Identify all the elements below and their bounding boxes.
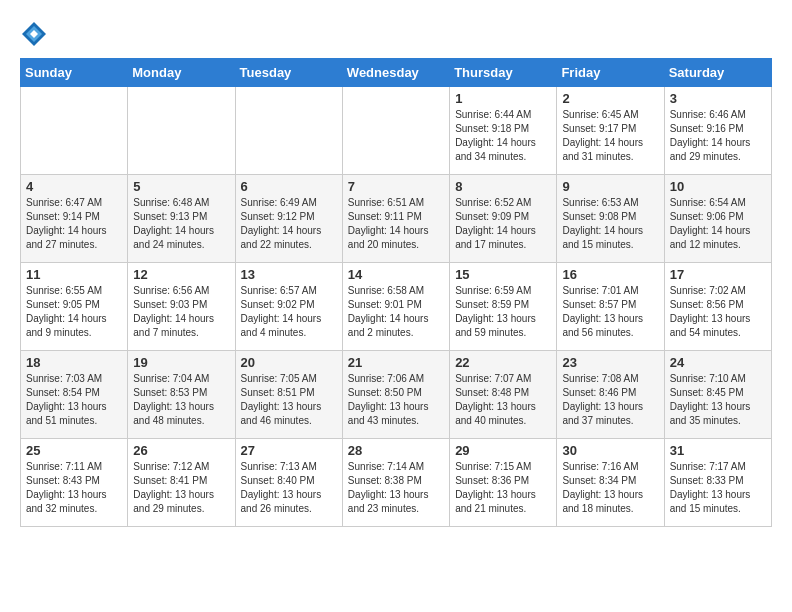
day-info: Sunrise: 6:47 AM Sunset: 9:14 PM Dayligh… bbox=[26, 196, 122, 252]
day-number: 5 bbox=[133, 179, 229, 194]
page-header bbox=[20, 20, 772, 48]
day-info: Sunrise: 7:06 AM Sunset: 8:50 PM Dayligh… bbox=[348, 372, 444, 428]
calendar-cell: 16Sunrise: 7:01 AM Sunset: 8:57 PM Dayli… bbox=[557, 263, 664, 351]
day-info: Sunrise: 7:10 AM Sunset: 8:45 PM Dayligh… bbox=[670, 372, 766, 428]
day-number: 4 bbox=[26, 179, 122, 194]
calendar-cell: 13Sunrise: 6:57 AM Sunset: 9:02 PM Dayli… bbox=[235, 263, 342, 351]
day-info: Sunrise: 7:15 AM Sunset: 8:36 PM Dayligh… bbox=[455, 460, 551, 516]
day-number: 24 bbox=[670, 355, 766, 370]
calendar-cell: 24Sunrise: 7:10 AM Sunset: 8:45 PM Dayli… bbox=[664, 351, 771, 439]
day-number: 19 bbox=[133, 355, 229, 370]
day-info: Sunrise: 6:52 AM Sunset: 9:09 PM Dayligh… bbox=[455, 196, 551, 252]
calendar-cell bbox=[235, 87, 342, 175]
day-number: 30 bbox=[562, 443, 658, 458]
calendar-cell: 12Sunrise: 6:56 AM Sunset: 9:03 PM Dayli… bbox=[128, 263, 235, 351]
day-info: Sunrise: 7:02 AM Sunset: 8:56 PM Dayligh… bbox=[670, 284, 766, 340]
day-number: 18 bbox=[26, 355, 122, 370]
weekday-header-row: SundayMondayTuesdayWednesdayThursdayFrid… bbox=[21, 59, 772, 87]
calendar-cell: 28Sunrise: 7:14 AM Sunset: 8:38 PM Dayli… bbox=[342, 439, 449, 527]
calendar-cell bbox=[128, 87, 235, 175]
calendar-week-row: 18Sunrise: 7:03 AM Sunset: 8:54 PM Dayli… bbox=[21, 351, 772, 439]
day-info: Sunrise: 6:48 AM Sunset: 9:13 PM Dayligh… bbox=[133, 196, 229, 252]
day-info: Sunrise: 7:16 AM Sunset: 8:34 PM Dayligh… bbox=[562, 460, 658, 516]
calendar-cell: 9Sunrise: 6:53 AM Sunset: 9:08 PM Daylig… bbox=[557, 175, 664, 263]
calendar-cell: 10Sunrise: 6:54 AM Sunset: 9:06 PM Dayli… bbox=[664, 175, 771, 263]
calendar-cell: 23Sunrise: 7:08 AM Sunset: 8:46 PM Dayli… bbox=[557, 351, 664, 439]
calendar-cell: 1Sunrise: 6:44 AM Sunset: 9:18 PM Daylig… bbox=[450, 87, 557, 175]
calendar-cell: 29Sunrise: 7:15 AM Sunset: 8:36 PM Dayli… bbox=[450, 439, 557, 527]
calendar-cell: 5Sunrise: 6:48 AM Sunset: 9:13 PM Daylig… bbox=[128, 175, 235, 263]
calendar-cell: 27Sunrise: 7:13 AM Sunset: 8:40 PM Dayli… bbox=[235, 439, 342, 527]
day-info: Sunrise: 6:59 AM Sunset: 8:59 PM Dayligh… bbox=[455, 284, 551, 340]
day-number: 31 bbox=[670, 443, 766, 458]
day-info: Sunrise: 7:08 AM Sunset: 8:46 PM Dayligh… bbox=[562, 372, 658, 428]
day-number: 8 bbox=[455, 179, 551, 194]
calendar-cell: 7Sunrise: 6:51 AM Sunset: 9:11 PM Daylig… bbox=[342, 175, 449, 263]
day-number: 21 bbox=[348, 355, 444, 370]
day-info: Sunrise: 6:57 AM Sunset: 9:02 PM Dayligh… bbox=[241, 284, 337, 340]
day-info: Sunrise: 6:55 AM Sunset: 9:05 PM Dayligh… bbox=[26, 284, 122, 340]
day-info: Sunrise: 7:03 AM Sunset: 8:54 PM Dayligh… bbox=[26, 372, 122, 428]
day-number: 12 bbox=[133, 267, 229, 282]
weekday-header-sunday: Sunday bbox=[21, 59, 128, 87]
day-info: Sunrise: 6:44 AM Sunset: 9:18 PM Dayligh… bbox=[455, 108, 551, 164]
day-number: 22 bbox=[455, 355, 551, 370]
day-number: 26 bbox=[133, 443, 229, 458]
calendar-week-row: 1Sunrise: 6:44 AM Sunset: 9:18 PM Daylig… bbox=[21, 87, 772, 175]
day-number: 15 bbox=[455, 267, 551, 282]
day-number: 23 bbox=[562, 355, 658, 370]
calendar-cell: 25Sunrise: 7:11 AM Sunset: 8:43 PM Dayli… bbox=[21, 439, 128, 527]
calendar-cell: 17Sunrise: 7:02 AM Sunset: 8:56 PM Dayli… bbox=[664, 263, 771, 351]
calendar-cell: 6Sunrise: 6:49 AM Sunset: 9:12 PM Daylig… bbox=[235, 175, 342, 263]
day-info: Sunrise: 7:04 AM Sunset: 8:53 PM Dayligh… bbox=[133, 372, 229, 428]
day-number: 10 bbox=[670, 179, 766, 194]
day-info: Sunrise: 6:58 AM Sunset: 9:01 PM Dayligh… bbox=[348, 284, 444, 340]
day-number: 3 bbox=[670, 91, 766, 106]
day-info: Sunrise: 6:53 AM Sunset: 9:08 PM Dayligh… bbox=[562, 196, 658, 252]
calendar-cell bbox=[342, 87, 449, 175]
day-info: Sunrise: 6:56 AM Sunset: 9:03 PM Dayligh… bbox=[133, 284, 229, 340]
day-number: 13 bbox=[241, 267, 337, 282]
day-info: Sunrise: 7:05 AM Sunset: 8:51 PM Dayligh… bbox=[241, 372, 337, 428]
day-number: 28 bbox=[348, 443, 444, 458]
calendar-cell: 19Sunrise: 7:04 AM Sunset: 8:53 PM Dayli… bbox=[128, 351, 235, 439]
calendar-week-row: 25Sunrise: 7:11 AM Sunset: 8:43 PM Dayli… bbox=[21, 439, 772, 527]
day-info: Sunrise: 6:46 AM Sunset: 9:16 PM Dayligh… bbox=[670, 108, 766, 164]
weekday-header-saturday: Saturday bbox=[664, 59, 771, 87]
calendar-cell: 30Sunrise: 7:16 AM Sunset: 8:34 PM Dayli… bbox=[557, 439, 664, 527]
day-info: Sunrise: 7:12 AM Sunset: 8:41 PM Dayligh… bbox=[133, 460, 229, 516]
logo bbox=[20, 20, 52, 48]
day-number: 1 bbox=[455, 91, 551, 106]
calendar-cell: 4Sunrise: 6:47 AM Sunset: 9:14 PM Daylig… bbox=[21, 175, 128, 263]
day-number: 6 bbox=[241, 179, 337, 194]
day-number: 9 bbox=[562, 179, 658, 194]
day-info: Sunrise: 6:51 AM Sunset: 9:11 PM Dayligh… bbox=[348, 196, 444, 252]
calendar-cell: 21Sunrise: 7:06 AM Sunset: 8:50 PM Dayli… bbox=[342, 351, 449, 439]
calendar-cell: 26Sunrise: 7:12 AM Sunset: 8:41 PM Dayli… bbox=[128, 439, 235, 527]
calendar-week-row: 11Sunrise: 6:55 AM Sunset: 9:05 PM Dayli… bbox=[21, 263, 772, 351]
day-info: Sunrise: 7:11 AM Sunset: 8:43 PM Dayligh… bbox=[26, 460, 122, 516]
calendar-cell: 14Sunrise: 6:58 AM Sunset: 9:01 PM Dayli… bbox=[342, 263, 449, 351]
weekday-header-friday: Friday bbox=[557, 59, 664, 87]
weekday-header-wednesday: Wednesday bbox=[342, 59, 449, 87]
calendar-cell: 20Sunrise: 7:05 AM Sunset: 8:51 PM Dayli… bbox=[235, 351, 342, 439]
day-info: Sunrise: 6:45 AM Sunset: 9:17 PM Dayligh… bbox=[562, 108, 658, 164]
calendar-cell: 11Sunrise: 6:55 AM Sunset: 9:05 PM Dayli… bbox=[21, 263, 128, 351]
calendar-cell: 18Sunrise: 7:03 AM Sunset: 8:54 PM Dayli… bbox=[21, 351, 128, 439]
day-number: 16 bbox=[562, 267, 658, 282]
day-info: Sunrise: 7:17 AM Sunset: 8:33 PM Dayligh… bbox=[670, 460, 766, 516]
calendar-cell: 2Sunrise: 6:45 AM Sunset: 9:17 PM Daylig… bbox=[557, 87, 664, 175]
day-number: 25 bbox=[26, 443, 122, 458]
day-info: Sunrise: 7:13 AM Sunset: 8:40 PM Dayligh… bbox=[241, 460, 337, 516]
calendar-cell: 15Sunrise: 6:59 AM Sunset: 8:59 PM Dayli… bbox=[450, 263, 557, 351]
calendar-cell: 31Sunrise: 7:17 AM Sunset: 8:33 PM Dayli… bbox=[664, 439, 771, 527]
day-number: 2 bbox=[562, 91, 658, 106]
weekday-header-monday: Monday bbox=[128, 59, 235, 87]
calendar-cell bbox=[21, 87, 128, 175]
day-info: Sunrise: 6:54 AM Sunset: 9:06 PM Dayligh… bbox=[670, 196, 766, 252]
calendar-week-row: 4Sunrise: 6:47 AM Sunset: 9:14 PM Daylig… bbox=[21, 175, 772, 263]
calendar-table: SundayMondayTuesdayWednesdayThursdayFrid… bbox=[20, 58, 772, 527]
day-number: 11 bbox=[26, 267, 122, 282]
day-info: Sunrise: 7:01 AM Sunset: 8:57 PM Dayligh… bbox=[562, 284, 658, 340]
logo-icon bbox=[20, 20, 48, 48]
